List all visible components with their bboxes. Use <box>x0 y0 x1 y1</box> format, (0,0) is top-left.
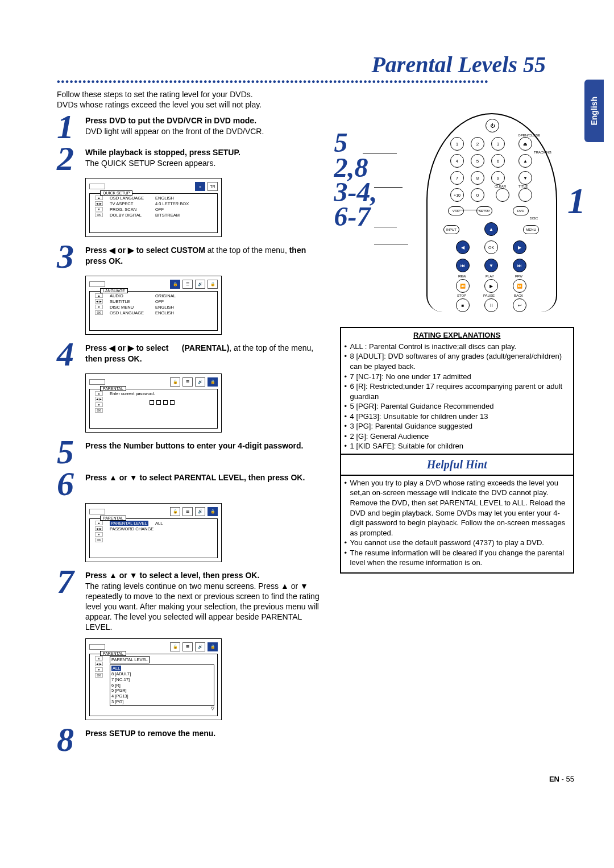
eject-icon: ⏏ <box>518 137 532 151</box>
osd-parental-list: 🔒☰🔊🔒 PARENTAL ▲◀ ▶▼OK PARENTAL LEVEL ALL… <box>85 638 222 721</box>
page-footer: EN - 55 <box>57 775 574 783</box>
step-7: 7 Press ▲ or ▼ to select a level, then p… <box>57 568 329 632</box>
step-2: 2 While playback is stopped, press SETUP… <box>57 145 329 172</box>
setup-button: SETUP <box>476 206 492 215</box>
password-boxes <box>110 399 214 408</box>
num-2: 2 <box>471 137 484 151</box>
lock-icon: 🔒 <box>170 280 180 289</box>
list-item: 7 [NC-17]: No one under 17 admitted <box>345 372 570 382</box>
pause-icon: ⏸ <box>484 298 498 312</box>
up-icon: ▲ <box>518 154 532 168</box>
step-8: 8 Press SETUP to remove the menu. <box>57 726 329 753</box>
rating-explanations-box: RATING EXPLANATIONS ALL : Parental Contr… <box>340 327 574 573</box>
num-7: 7 <box>450 171 464 185</box>
down-icon: ▼ <box>518 171 532 185</box>
remote-callout-right: 1 <box>567 180 586 222</box>
tab-icon: 🔒 <box>208 280 218 289</box>
list-item: ALL : Parental Control is inactive;all d… <box>345 342 570 352</box>
page-title: Parental Levels 55 <box>57 51 546 78</box>
dvd-button: DVD <box>513 206 529 215</box>
divider: ••••••••••••••••••••••••••••••••••••••••… <box>57 77 574 87</box>
osd-parental-level: 🔒☰🔊🔒 PARENTAL ▲◀ ▶▼OK PARENTAL LEVELALL … <box>85 503 222 562</box>
tab-icon: ≡ <box>195 182 205 191</box>
brand-logo <box>89 281 105 287</box>
step-number: 8 <box>57 726 77 753</box>
plus10-button: +10 <box>450 188 464 202</box>
step-3: 3 Press ◀ or ▶ to select CUSTOM at the t… <box>57 243 329 270</box>
osd-parental-password: 🔒☰🔊🔒 PARENTAL ▲◀ ▶▼OK Enter current pass… <box>85 373 222 433</box>
num-1: 1 <box>450 137 464 151</box>
ok-button: OK <box>484 240 498 254</box>
num-9: 9 <box>491 171 505 185</box>
power-icon: ⏻ <box>486 119 499 132</box>
nav-down-icon: ▼ <box>484 259 498 272</box>
step-number: 5 <box>57 438 77 466</box>
skip-prev-icon: ⏮ <box>456 259 470 272</box>
title-button <box>518 188 532 202</box>
tab-icon: 🔊 <box>195 280 205 289</box>
step-number: 4 <box>57 340 77 368</box>
remote-callouts-left: 5 2,8 3-4, 6-7 <box>334 130 377 229</box>
nav-up-icon: ▲ <box>484 222 498 236</box>
language-tab: English <box>584 80 604 142</box>
step-5: 5 Press the Number buttons to enter your… <box>57 438 329 466</box>
skip-next-icon: ⏭ <box>513 259 526 272</box>
list-item: 2 [G]: General Audience <box>345 431 570 442</box>
list-item: 4 [PG13]: Unsuitable for children under … <box>345 412 570 422</box>
steps-column: 1 Press DVD to put the DVD/VCR in DVD mo… <box>57 113 329 758</box>
nav-left-icon: ◀ <box>456 240 470 254</box>
tab-icon: ☰ <box>182 280 193 289</box>
play-icon: ▶ <box>484 279 498 293</box>
list-item: The resume information will be cleared i… <box>345 548 570 568</box>
clear-button <box>496 188 509 202</box>
step-1: 1 Press DVD to put the DVD/VCR in DVD mo… <box>57 113 329 140</box>
step-number: 1 <box>57 113 77 140</box>
vcr-button: VCR <box>448 206 464 215</box>
num-8: 8 <box>471 171 484 185</box>
input-button: INPUT <box>443 225 459 234</box>
list-item: 1 [KID SAFE]: Suitable for children <box>345 441 570 451</box>
list-item: You cannot use the default password (473… <box>345 538 570 548</box>
nav-right-icon: ▶ <box>513 240 526 254</box>
remote-illustration: ⏻ OPEN/CLOSE 1 2 3 ⏏ 4 5 6 ▲ TRACKING 7 … <box>340 113 574 323</box>
num-3: 3 <box>491 137 505 151</box>
tab-icon: TR <box>208 182 218 191</box>
list-item: When you try to play a DVD whose rating … <box>345 478 570 538</box>
menu-button: MENU <box>523 225 539 234</box>
brand-logo <box>89 184 105 189</box>
step-number: 7 <box>57 568 77 632</box>
num-6: 6 <box>491 154 505 168</box>
step-number: 3 <box>57 243 77 270</box>
num-5: 5 <box>471 154 484 168</box>
helpful-hint-title: Helpful Hint <box>345 457 570 472</box>
box-title: RATING EXPLANATIONS <box>345 330 570 340</box>
list-item: 8 [ADULT]: DVD softwares of any grades (… <box>345 351 570 371</box>
intro-text: Follow these steps to set the rating lev… <box>57 89 574 110</box>
back-icon: ↩ <box>513 298 526 312</box>
osd-quick-setup: ≡ TR QUICK SETUP ▲◀ ▶▼OK OSD LANGUAGEENG… <box>85 178 222 237</box>
stop-icon: ■ <box>456 298 470 312</box>
osd-rows: OSD LANGUAGEENGLISHTV ASPECT4:3 LETTER B… <box>110 196 214 228</box>
ffw-icon: ⏩ <box>513 279 526 293</box>
list-item: 3 [PG]: Parental Guidance suggested <box>345 421 570 431</box>
step-6: 6 Press ▲ or ▼ to select PARENTAL LEVEL,… <box>57 470 329 497</box>
step-number: 6 <box>57 470 77 497</box>
num-4: 4 <box>450 154 464 168</box>
rewind-icon: ⏪ <box>456 279 470 293</box>
list-item: 5 [PGR]: Parental Guidance Recommended <box>345 401 570 412</box>
num-0: 0 <box>471 188 484 202</box>
list-item: 6 [R]: Restricted;under 17 requires acco… <box>345 381 570 401</box>
step-4: 4 Press ◀ or ▶ to select (PARENTAL), at … <box>57 340 329 368</box>
osd-language: 🔒 ☰ 🔊 🔒 LANGUAGE ▲◀ ▶▼OK AUDIOORIGINALSU… <box>85 276 222 335</box>
step-number: 2 <box>57 145 77 172</box>
